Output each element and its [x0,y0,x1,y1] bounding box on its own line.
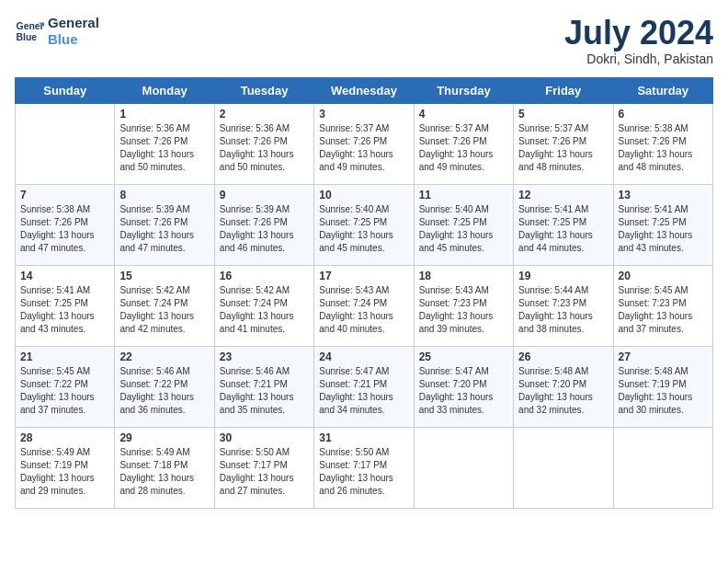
cell-info: Sunrise: 5:39 AM Sunset: 7:26 PM Dayligh… [220,203,309,255]
cell-info: Sunrise: 5:49 AM Sunset: 7:19 PM Dayligh… [20,446,109,498]
cell-info: Sunrise: 5:50 AM Sunset: 7:17 PM Dayligh… [220,446,309,498]
calendar-cell: 6Sunrise: 5:38 AM Sunset: 7:26 PM Daylig… [613,103,712,184]
calendar-cell: 5Sunrise: 5:37 AM Sunset: 7:26 PM Daylig… [514,103,613,184]
calendar-table: SundayMondayTuesdayWednesdayThursdayFrid… [15,77,713,509]
day-number: 7 [20,189,109,201]
day-number: 20 [619,270,708,282]
logo-line2: Blue [48,31,99,48]
cell-info: Sunrise: 5:47 AM Sunset: 7:20 PM Dayligh… [419,365,508,417]
cell-info: Sunrise: 5:44 AM Sunset: 7:23 PM Dayligh… [518,284,608,336]
calendar-cell: 16Sunrise: 5:42 AM Sunset: 7:24 PM Dayli… [214,265,313,346]
calendar-cell: 29Sunrise: 5:49 AM Sunset: 7:18 PM Dayli… [115,427,214,508]
day-number: 6 [619,108,708,121]
cell-info: Sunrise: 5:45 AM Sunset: 7:22 PM Dayligh… [20,365,109,417]
day-number: 29 [119,431,209,444]
calendar-week-row: 1Sunrise: 5:36 AM Sunset: 7:26 PM Daylig… [16,103,713,184]
cell-info: Sunrise: 5:46 AM Sunset: 7:21 PM Dayligh… [220,365,309,417]
day-number: 31 [319,431,408,444]
day-number: 2 [220,108,309,121]
cell-info: Sunrise: 5:42 AM Sunset: 7:24 PM Dayligh… [220,284,309,336]
day-number: 11 [419,189,508,201]
day-number: 8 [119,189,209,201]
cell-info: Sunrise: 5:48 AM Sunset: 7:19 PM Dayligh… [619,365,708,417]
cell-info: Sunrise: 5:41 AM Sunset: 7:25 PM Dayligh… [518,203,608,255]
cell-info: Sunrise: 5:45 AM Sunset: 7:23 PM Dayligh… [619,284,708,336]
calendar-cell: 10Sunrise: 5:40 AM Sunset: 7:25 PM Dayli… [314,184,414,265]
day-number: 1 [119,108,209,121]
day-number: 24 [319,350,408,363]
weekday-header: Thursday [414,77,513,103]
calendar-cell: 15Sunrise: 5:42 AM Sunset: 7:24 PM Dayli… [115,265,214,346]
day-number: 23 [220,350,309,363]
calendar-cell [514,427,613,508]
calendar-cell: 17Sunrise: 5:43 AM Sunset: 7:24 PM Dayli… [314,265,414,346]
calendar-cell: 14Sunrise: 5:41 AM Sunset: 7:25 PM Dayli… [16,265,115,346]
calendar-week-row: 7Sunrise: 5:38 AM Sunset: 7:26 PM Daylig… [16,184,713,265]
weekday-header: Wednesday [314,77,414,103]
day-number: 28 [20,431,109,444]
day-number: 12 [518,189,608,201]
calendar-cell: 28Sunrise: 5:49 AM Sunset: 7:19 PM Dayli… [16,427,115,508]
calendar-cell: 8Sunrise: 5:39 AM Sunset: 7:26 PM Daylig… [115,184,214,265]
calendar-cell: 1Sunrise: 5:36 AM Sunset: 7:26 PM Daylig… [115,103,214,184]
calendar-cell: 30Sunrise: 5:50 AM Sunset: 7:17 PM Dayli… [214,427,313,508]
location: Dokri, Sindh, Pakistan [564,52,713,66]
calendar-cell: 19Sunrise: 5:44 AM Sunset: 7:23 PM Dayli… [514,265,613,346]
calendar-cell: 26Sunrise: 5:48 AM Sunset: 7:20 PM Dayli… [514,346,613,427]
calendar-cell: 21Sunrise: 5:45 AM Sunset: 7:22 PM Dayli… [16,346,115,427]
calendar-week-row: 14Sunrise: 5:41 AM Sunset: 7:25 PM Dayli… [16,265,713,346]
cell-info: Sunrise: 5:43 AM Sunset: 7:24 PM Dayligh… [319,284,408,336]
calendar-cell: 11Sunrise: 5:40 AM Sunset: 7:25 PM Dayli… [414,184,513,265]
weekday-header: Tuesday [214,77,313,103]
calendar-cell: 2Sunrise: 5:36 AM Sunset: 7:26 PM Daylig… [214,103,313,184]
calendar-cell: 3Sunrise: 5:37 AM Sunset: 7:26 PM Daylig… [314,103,414,184]
cell-info: Sunrise: 5:36 AM Sunset: 7:26 PM Dayligh… [119,122,209,174]
cell-info: Sunrise: 5:36 AM Sunset: 7:26 PM Dayligh… [220,122,309,174]
calendar-cell: 13Sunrise: 5:41 AM Sunset: 7:25 PM Dayli… [613,184,712,265]
calendar-cell: 25Sunrise: 5:47 AM Sunset: 7:20 PM Dayli… [414,346,513,427]
cell-info: Sunrise: 5:37 AM Sunset: 7:26 PM Dayligh… [518,122,608,174]
cell-info: Sunrise: 5:37 AM Sunset: 7:26 PM Dayligh… [419,122,508,174]
day-number: 5 [518,108,608,121]
calendar-cell [16,103,115,184]
cell-info: Sunrise: 5:41 AM Sunset: 7:25 PM Dayligh… [20,284,109,336]
calendar-cell [613,427,712,508]
calendar-week-row: 28Sunrise: 5:49 AM Sunset: 7:19 PM Dayli… [16,427,713,508]
cell-info: Sunrise: 5:42 AM Sunset: 7:24 PM Dayligh… [119,284,209,336]
day-number: 22 [119,350,209,363]
calendar-week-row: 21Sunrise: 5:45 AM Sunset: 7:22 PM Dayli… [16,346,713,427]
weekday-header: Sunday [16,77,115,103]
cell-info: Sunrise: 5:37 AM Sunset: 7:26 PM Dayligh… [319,122,408,174]
cell-info: Sunrise: 5:41 AM Sunset: 7:25 PM Dayligh… [619,203,708,255]
day-number: 3 [319,108,408,121]
calendar-cell: 31Sunrise: 5:50 AM Sunset: 7:17 PM Dayli… [314,427,414,508]
day-number: 18 [419,270,508,282]
day-number: 26 [518,350,608,363]
weekday-header: Saturday [613,77,712,103]
day-number: 21 [20,350,109,363]
cell-info: Sunrise: 5:47 AM Sunset: 7:21 PM Dayligh… [319,365,408,417]
logo-icon: General Blue [15,17,44,46]
cell-info: Sunrise: 5:39 AM Sunset: 7:26 PM Dayligh… [119,203,209,255]
day-number: 9 [220,189,309,201]
calendar-cell: 7Sunrise: 5:38 AM Sunset: 7:26 PM Daylig… [16,184,115,265]
day-number: 15 [119,270,209,282]
title-block: July 2024 Dokri, Sindh, Pakistan [564,15,713,66]
month-title: July 2024 [564,15,713,52]
logo: General Blue General Blue [15,15,99,48]
calendar-cell: 18Sunrise: 5:43 AM Sunset: 7:23 PM Dayli… [414,265,513,346]
day-number: 25 [419,350,508,363]
logo-line1: General [48,15,99,31]
svg-text:Blue: Blue [17,32,38,42]
cell-info: Sunrise: 5:38 AM Sunset: 7:26 PM Dayligh… [619,122,708,174]
calendar-cell: 4Sunrise: 5:37 AM Sunset: 7:26 PM Daylig… [414,103,513,184]
cell-info: Sunrise: 5:50 AM Sunset: 7:17 PM Dayligh… [319,446,408,498]
day-number: 10 [319,189,408,201]
cell-info: Sunrise: 5:43 AM Sunset: 7:23 PM Dayligh… [419,284,508,336]
weekday-header: Friday [514,77,613,103]
cell-info: Sunrise: 5:38 AM Sunset: 7:26 PM Dayligh… [20,203,109,255]
calendar-cell [414,427,513,508]
day-number: 4 [419,108,508,121]
day-number: 13 [619,189,708,201]
day-number: 27 [619,350,708,363]
